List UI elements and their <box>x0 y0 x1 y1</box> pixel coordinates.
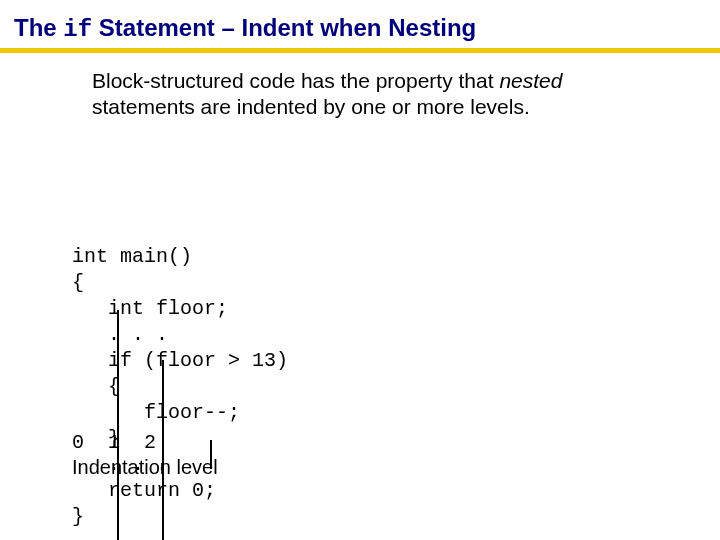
title-post: Statement – Indent when Nesting <box>92 14 476 41</box>
code-line-10: return 0; <box>72 479 216 502</box>
code-line-7: floor--; <box>72 401 240 424</box>
indent-guide-0 <box>117 310 119 540</box>
indent-level-label: Indentation level <box>72 456 218 479</box>
indent-guide-1 <box>162 360 164 540</box>
code-line-3: int floor; <box>72 297 228 320</box>
code-line-4: . . . <box>72 323 168 346</box>
code-line-11: } <box>72 505 84 528</box>
code-line-2: { <box>72 271 84 294</box>
title-pre: The <box>14 14 63 41</box>
slide-title: The if Statement – Indent when Nesting <box>14 14 476 43</box>
code-line-5: if (floor > 13) <box>72 349 288 372</box>
slide: The if Statement – Indent when Nesting B… <box>0 0 720 540</box>
code-line-1: int main() <box>72 245 192 268</box>
body-line1a: Block-structured code has the property t… <box>92 69 499 92</box>
title-underline <box>0 48 720 53</box>
code-line-6: { <box>72 375 120 398</box>
title-keyword: if <box>63 16 92 43</box>
body-nested-word: nested <box>499 69 562 92</box>
code-block: int main() { int floor; . . . if (floor … <box>72 140 288 540</box>
indent-level-numbers: 0 1 2 <box>72 430 156 456</box>
body-paragraph: Block-structured code has the property t… <box>92 68 652 121</box>
body-line2: statements are indented by one or more l… <box>92 95 530 118</box>
